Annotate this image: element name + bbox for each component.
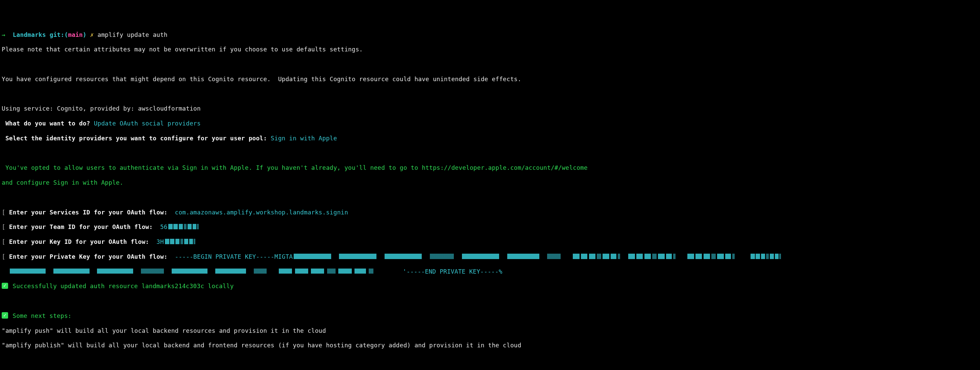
success-1-text: Successfully updated auth resource landm…	[9, 282, 234, 290]
redaction-priv-g	[279, 268, 374, 274]
success-1: Successfully updated auth resource landm…	[2, 282, 978, 290]
output-configured: You have configured resources that might…	[2, 75, 978, 83]
output-using: Using service: Cognito, provided by: aws…	[2, 105, 978, 112]
priv-begin: -----BEGIN PRIVATE KEY-----MIGTA	[171, 253, 293, 260]
priv-label: Enter your Private Key for your OAuth fl…	[5, 253, 171, 260]
push-hint-1: "amplify push" will build all your local…	[2, 327, 978, 335]
redaction-priv-d	[687, 254, 735, 259]
q2: Select the identity providers you want t…	[2, 135, 978, 142]
team-label: Enter your Team ID for your OAuth flow:	[5, 223, 156, 230]
check-icon	[2, 312, 8, 319]
key-value: 3H	[153, 238, 164, 245]
redaction-key	[165, 239, 195, 244]
redaction-priv-b	[573, 254, 620, 259]
git-branch: main	[68, 31, 83, 38]
git-prefix: git:(	[50, 31, 68, 38]
services-value: com.amazonaws.amplify.workshop.landmarks…	[171, 209, 348, 216]
blank-5	[2, 297, 978, 305]
key-id-row: [ Enter your Key ID for your OAuth flow:…	[2, 238, 978, 246]
privkey-row-1: [ Enter your Private Key for your OAuth …	[2, 253, 978, 260]
next-steps-1-text: Some next steps:	[9, 312, 71, 319]
team-value: 56	[156, 223, 168, 230]
team-id-row: [ Enter your Team ID for your OAuth flow…	[2, 223, 978, 231]
redaction-priv-a	[294, 254, 561, 259]
redaction-priv-c	[628, 254, 676, 259]
next-steps-1: Some next steps:	[2, 312, 978, 320]
opted-line-2: and configure Sign in with Apple.	[2, 179, 978, 187]
redaction-team	[168, 224, 199, 229]
prompt-line[interactable]: → Landmarks git:(main) ✗ amplify update …	[2, 31, 978, 38]
opted-line-1: You've opted to allow users to authentic…	[2, 164, 978, 171]
q2-label: Select the identity providers you want t…	[2, 135, 267, 142]
prompt-symbol: ✗	[90, 31, 94, 38]
priv-end: '-----END PRIVATE KEY-----%	[403, 268, 502, 275]
prompt-cwd: Landmarks	[13, 31, 46, 38]
q1: What do you want to do? Update OAuth soc…	[2, 120, 978, 127]
blank-1	[2, 61, 978, 68]
git-suffix: )	[83, 31, 86, 38]
privkey-row-2: '-----END PRIVATE KEY-----%	[2, 268, 978, 275]
services-label: Enter your Services ID for your OAuth fl…	[5, 209, 171, 216]
blank-6	[2, 356, 978, 364]
services-id-row: [ Enter your Services ID for your OAuth …	[2, 209, 978, 216]
check-icon	[2, 283, 8, 289]
key-label: Enter your Key ID for your OAuth flow:	[5, 238, 153, 245]
q1-answer: Update OAuth social providers	[90, 120, 201, 127]
redaction-priv-f	[10, 268, 267, 274]
q1-label: What do you want to do?	[2, 120, 90, 127]
output-note: Please note that certain attributes may …	[2, 46, 978, 53]
blank-2	[2, 90, 978, 98]
prompt-arrow: →	[2, 31, 5, 38]
q2-answer: Sign in with Apple	[267, 135, 337, 142]
command-text: amplify update auth	[98, 31, 168, 38]
blank-4	[2, 194, 978, 201]
blank-3	[2, 150, 978, 157]
publish-hint-1: "amplify publish" will build all your lo…	[2, 341, 978, 349]
redaction-priv-e	[751, 254, 781, 259]
